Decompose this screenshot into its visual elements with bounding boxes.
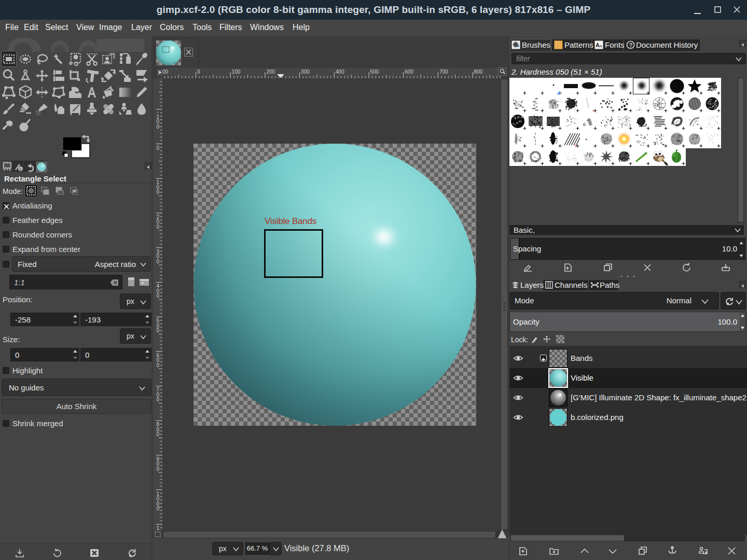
svg-text:500: 500	[370, 69, 379, 75]
svg-text:700: 700	[439, 69, 448, 75]
svg-text:0: 0	[157, 431, 160, 437]
svg-text:200: 200	[266, 69, 275, 75]
svg-text:a: a	[600, 44, 602, 48]
svg-text:600: 600	[405, 69, 413, 75]
svg-text:0: 0	[157, 259, 160, 264]
svg-text:800: 800	[474, 69, 483, 75]
svg-text:0: 0	[157, 189, 160, 195]
svg-text:0: 0	[157, 224, 160, 230]
svg-text:i: i	[20, 167, 21, 172]
svg-text:300: 300	[301, 69, 310, 75]
svg-text:A: A	[596, 42, 600, 48]
svg-text:0: 0	[197, 69, 200, 75]
svg-text:400: 400	[336, 69, 344, 75]
svg-text:0: 0	[157, 328, 160, 333]
svg-text:100: 100	[232, 69, 241, 75]
svg-text:0: 0	[157, 397, 160, 402]
svg-text:0: 0	[157, 362, 160, 368]
svg-text:?: ?	[629, 42, 633, 48]
svg-text:0: 0	[157, 506, 160, 511]
svg-text:0: 0	[157, 466, 160, 472]
svg-text:-100: -100	[162, 69, 168, 75]
svg-text:0: 0	[157, 293, 160, 299]
svg-text:0: 0	[157, 145, 160, 151]
